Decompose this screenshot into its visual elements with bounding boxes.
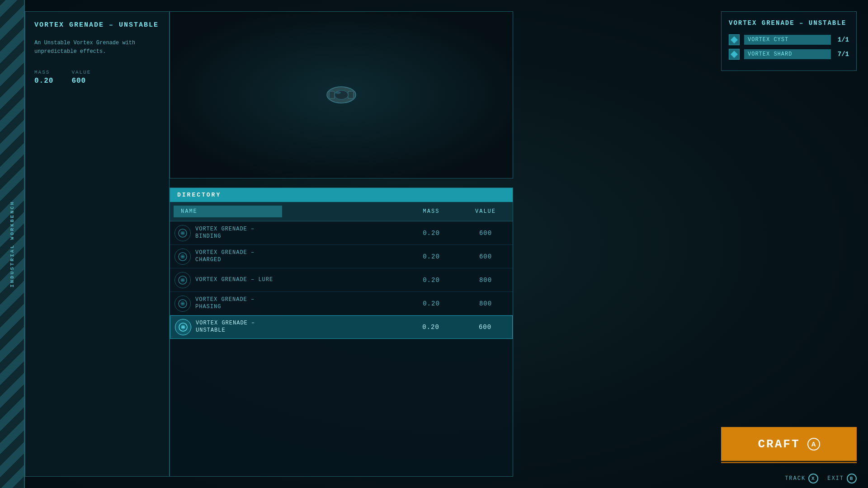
ingredient-icon	[729, 34, 740, 45]
row-name: VORTEX GRENADE – LURE	[195, 277, 279, 284]
item-viewport	[170, 11, 513, 178]
bottom-action-bar: TRACK X EXIT B	[785, 474, 857, 483]
row-icon	[175, 296, 191, 312]
row-mass: 0.20	[404, 253, 458, 260]
row-name: VORTEX GRENADE – UNSTABLE	[196, 320, 279, 334]
directory-row[interactable]: VORTEX GRENADE – PHASING0.20800	[170, 292, 513, 315]
craft-label: CRAFT	[758, 437, 800, 451]
mass-stat: MASS 0.20	[34, 70, 53, 85]
svg-rect-2	[348, 91, 354, 99]
ingredient-row: VORTEX SHARD7/1	[729, 49, 849, 60]
hazard-sidebar: INDUSTRIAL WORKBENCH	[0, 0, 25, 488]
exit-key: B	[847, 474, 857, 483]
row-mass: 0.20	[404, 230, 458, 237]
directory-row[interactable]: VORTEX GRENADE – LURE0.20800	[170, 268, 513, 292]
col-header-value: VALUE	[458, 206, 513, 217]
item-info-panel: VORTEX GRENADE – UNSTABLE An Unstable Vo…	[25, 11, 170, 477]
requirements-title: VORTEX GRENADE – UNSTABLE	[729, 19, 849, 27]
craft-key: A	[807, 438, 820, 450]
row-name: VORTEX GRENADE – CHARGED	[195, 249, 279, 263]
viewport-inner	[170, 12, 513, 178]
ingredients-list: VORTEX CYST1/1VORTEX SHARD7/1	[729, 34, 849, 60]
directory-column-headers: NAME MASS VALUE	[170, 202, 513, 221]
row-mass: 0.20	[404, 277, 458, 284]
mass-value: 0.20	[34, 77, 53, 85]
row-icon	[175, 319, 191, 335]
exit-label: EXIT	[827, 475, 844, 482]
ingredient-name: VORTEX SHARD	[744, 49, 831, 59]
svg-point-4	[335, 91, 341, 94]
row-value: 800	[458, 300, 513, 307]
workbench-label: INDUSTRIAL WORKBENCH	[9, 201, 15, 287]
ingredient-row: VORTEX CYST1/1	[729, 34, 849, 45]
track-key: X	[808, 474, 818, 483]
row-mass: 0.20	[404, 324, 458, 331]
ingredient-qty: 7/1	[835, 51, 849, 58]
row-value: 600	[458, 253, 513, 260]
row-name: VORTEX GRENADE – BINDING	[195, 226, 279, 240]
row-value: 600	[458, 324, 512, 331]
item-description: An Unstable Vortex Grenade with unpredic…	[34, 39, 160, 56]
directory-row[interactable]: VORTEX GRENADE – CHARGED0.20600	[170, 245, 513, 268]
col-header-mass: MASS	[404, 206, 458, 217]
directory-row[interactable]: VORTEX GRENADE – BINDING0.20600	[170, 221, 513, 245]
row-icon	[175, 249, 191, 265]
craft-underline	[721, 462, 857, 463]
requirements-panel: VORTEX GRENADE – UNSTABLE VORTEX CYST1/1…	[721, 11, 857, 71]
row-name: VORTEX GRENADE – PHASING	[195, 296, 279, 310]
directory-row[interactable]: VORTEX GRENADE – UNSTABLE0.20600	[170, 315, 513, 339]
value-value: 600	[71, 77, 91, 85]
value-stat: VALUE 600	[71, 70, 91, 85]
track-action: TRACK X	[785, 474, 818, 483]
row-mass: 0.20	[404, 300, 458, 307]
ingredient-qty: 1/1	[835, 36, 849, 43]
value-label: VALUE	[71, 70, 91, 75]
col-header-name: NAME	[174, 206, 282, 217]
directory-header: DIRECTORY	[170, 188, 513, 202]
ingredient-name: VORTEX CYST	[744, 35, 831, 45]
directory-section: DIRECTORY NAME MASS VALUE VORTEX GRENADE…	[170, 188, 513, 477]
row-icon	[175, 272, 191, 288]
row-value: 800	[458, 277, 513, 284]
svg-rect-1	[329, 91, 335, 99]
mass-label: MASS	[34, 70, 53, 75]
ingredient-icon	[729, 49, 740, 60]
exit-action: EXIT B	[827, 474, 857, 483]
row-icon	[175, 225, 191, 241]
directory-rows-container: VORTEX GRENADE – BINDING0.20600 VORTEX G…	[170, 221, 513, 339]
row-value: 600	[458, 230, 513, 237]
item-title: VORTEX GRENADE – UNSTABLE	[34, 21, 160, 30]
craft-button[interactable]: CRAFT A	[721, 427, 857, 461]
grenade-3d-model	[321, 83, 362, 108]
stats-row: MASS 0.20 VALUE 600	[34, 70, 160, 85]
track-label: TRACK	[785, 475, 806, 482]
